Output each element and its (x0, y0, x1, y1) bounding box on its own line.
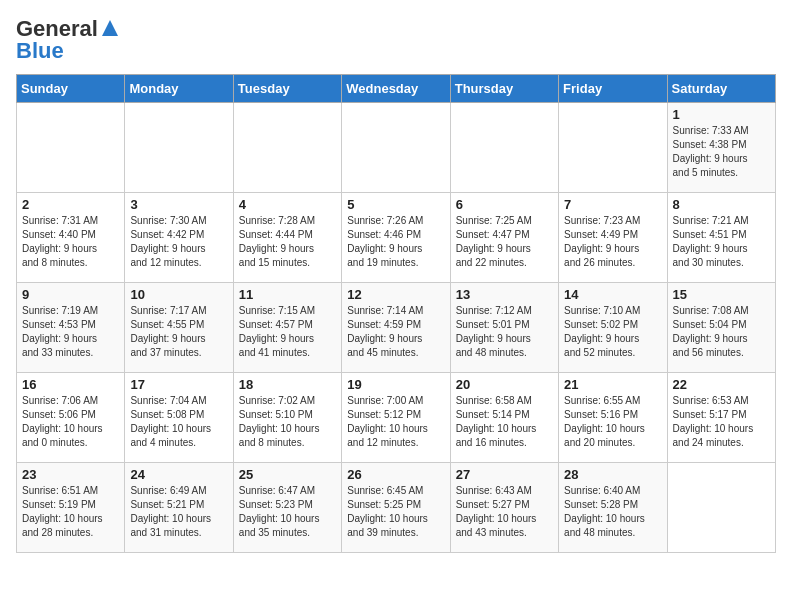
calendar-cell: 14Sunrise: 7:10 AM Sunset: 5:02 PM Dayli… (559, 283, 667, 373)
day-number: 4 (239, 197, 336, 212)
day-number: 16 (22, 377, 119, 392)
day-info: Sunrise: 7:02 AM Sunset: 5:10 PM Dayligh… (239, 394, 336, 450)
weekday-header-row: SundayMondayTuesdayWednesdayThursdayFrid… (17, 75, 776, 103)
calendar-cell: 21Sunrise: 6:55 AM Sunset: 5:16 PM Dayli… (559, 373, 667, 463)
day-info: Sunrise: 7:21 AM Sunset: 4:51 PM Dayligh… (673, 214, 770, 270)
day-info: Sunrise: 7:28 AM Sunset: 4:44 PM Dayligh… (239, 214, 336, 270)
day-number: 6 (456, 197, 553, 212)
calendar-cell: 22Sunrise: 6:53 AM Sunset: 5:17 PM Dayli… (667, 373, 775, 463)
calendar-cell: 26Sunrise: 6:45 AM Sunset: 5:25 PM Dayli… (342, 463, 450, 553)
calendar-cell: 6Sunrise: 7:25 AM Sunset: 4:47 PM Daylig… (450, 193, 558, 283)
day-info: Sunrise: 7:10 AM Sunset: 5:02 PM Dayligh… (564, 304, 661, 360)
calendar-cell (125, 103, 233, 193)
logo: General Blue (16, 16, 120, 64)
day-number: 3 (130, 197, 227, 212)
calendar-week-row: 16Sunrise: 7:06 AM Sunset: 5:06 PM Dayli… (17, 373, 776, 463)
day-number: 10 (130, 287, 227, 302)
calendar-cell: 18Sunrise: 7:02 AM Sunset: 5:10 PM Dayli… (233, 373, 341, 463)
calendar-cell: 20Sunrise: 6:58 AM Sunset: 5:14 PM Dayli… (450, 373, 558, 463)
day-number: 28 (564, 467, 661, 482)
day-number: 26 (347, 467, 444, 482)
logo-blue: Blue (16, 38, 64, 64)
calendar-cell: 2Sunrise: 7:31 AM Sunset: 4:40 PM Daylig… (17, 193, 125, 283)
weekday-header-sunday: Sunday (17, 75, 125, 103)
day-number: 21 (564, 377, 661, 392)
day-info: Sunrise: 7:30 AM Sunset: 4:42 PM Dayligh… (130, 214, 227, 270)
calendar-cell: 10Sunrise: 7:17 AM Sunset: 4:55 PM Dayli… (125, 283, 233, 373)
day-info: Sunrise: 7:15 AM Sunset: 4:57 PM Dayligh… (239, 304, 336, 360)
calendar-cell: 3Sunrise: 7:30 AM Sunset: 4:42 PM Daylig… (125, 193, 233, 283)
day-info: Sunrise: 7:26 AM Sunset: 4:46 PM Dayligh… (347, 214, 444, 270)
calendar-cell (233, 103, 341, 193)
day-number: 2 (22, 197, 119, 212)
day-info: Sunrise: 7:14 AM Sunset: 4:59 PM Dayligh… (347, 304, 444, 360)
calendar-week-row: 2Sunrise: 7:31 AM Sunset: 4:40 PM Daylig… (17, 193, 776, 283)
calendar-cell: 9Sunrise: 7:19 AM Sunset: 4:53 PM Daylig… (17, 283, 125, 373)
calendar-cell: 25Sunrise: 6:47 AM Sunset: 5:23 PM Dayli… (233, 463, 341, 553)
calendar-cell: 5Sunrise: 7:26 AM Sunset: 4:46 PM Daylig… (342, 193, 450, 283)
calendar-cell: 8Sunrise: 7:21 AM Sunset: 4:51 PM Daylig… (667, 193, 775, 283)
day-info: Sunrise: 6:47 AM Sunset: 5:23 PM Dayligh… (239, 484, 336, 540)
calendar-cell: 11Sunrise: 7:15 AM Sunset: 4:57 PM Dayli… (233, 283, 341, 373)
svg-marker-0 (102, 20, 118, 36)
calendar-table: SundayMondayTuesdayWednesdayThursdayFrid… (16, 74, 776, 553)
day-info: Sunrise: 7:25 AM Sunset: 4:47 PM Dayligh… (456, 214, 553, 270)
day-info: Sunrise: 6:49 AM Sunset: 5:21 PM Dayligh… (130, 484, 227, 540)
calendar-cell (667, 463, 775, 553)
weekday-header-monday: Monday (125, 75, 233, 103)
calendar-cell: 12Sunrise: 7:14 AM Sunset: 4:59 PM Dayli… (342, 283, 450, 373)
weekday-header-saturday: Saturday (667, 75, 775, 103)
day-number: 7 (564, 197, 661, 212)
day-number: 25 (239, 467, 336, 482)
calendar-cell: 28Sunrise: 6:40 AM Sunset: 5:28 PM Dayli… (559, 463, 667, 553)
weekday-header-wednesday: Wednesday (342, 75, 450, 103)
day-number: 9 (22, 287, 119, 302)
day-info: Sunrise: 7:33 AM Sunset: 4:38 PM Dayligh… (673, 124, 770, 180)
day-info: Sunrise: 7:06 AM Sunset: 5:06 PM Dayligh… (22, 394, 119, 450)
calendar-cell: 27Sunrise: 6:43 AM Sunset: 5:27 PM Dayli… (450, 463, 558, 553)
calendar-cell: 23Sunrise: 6:51 AM Sunset: 5:19 PM Dayli… (17, 463, 125, 553)
day-info: Sunrise: 6:43 AM Sunset: 5:27 PM Dayligh… (456, 484, 553, 540)
calendar-cell: 13Sunrise: 7:12 AM Sunset: 5:01 PM Dayli… (450, 283, 558, 373)
calendar-cell: 4Sunrise: 7:28 AM Sunset: 4:44 PM Daylig… (233, 193, 341, 283)
calendar-week-row: 9Sunrise: 7:19 AM Sunset: 4:53 PM Daylig… (17, 283, 776, 373)
day-info: Sunrise: 7:08 AM Sunset: 5:04 PM Dayligh… (673, 304, 770, 360)
day-number: 24 (130, 467, 227, 482)
page-header: General Blue (16, 16, 776, 64)
day-number: 22 (673, 377, 770, 392)
calendar-cell: 24Sunrise: 6:49 AM Sunset: 5:21 PM Dayli… (125, 463, 233, 553)
day-number: 14 (564, 287, 661, 302)
calendar-cell: 16Sunrise: 7:06 AM Sunset: 5:06 PM Dayli… (17, 373, 125, 463)
calendar-cell: 7Sunrise: 7:23 AM Sunset: 4:49 PM Daylig… (559, 193, 667, 283)
day-info: Sunrise: 6:58 AM Sunset: 5:14 PM Dayligh… (456, 394, 553, 450)
calendar-cell (450, 103, 558, 193)
day-number: 11 (239, 287, 336, 302)
weekday-header-friday: Friday (559, 75, 667, 103)
day-number: 1 (673, 107, 770, 122)
day-number: 12 (347, 287, 444, 302)
day-info: Sunrise: 7:17 AM Sunset: 4:55 PM Dayligh… (130, 304, 227, 360)
calendar-week-row: 1Sunrise: 7:33 AM Sunset: 4:38 PM Daylig… (17, 103, 776, 193)
calendar-cell (17, 103, 125, 193)
calendar-cell (342, 103, 450, 193)
day-info: Sunrise: 7:19 AM Sunset: 4:53 PM Dayligh… (22, 304, 119, 360)
calendar-cell (559, 103, 667, 193)
day-number: 5 (347, 197, 444, 212)
day-info: Sunrise: 7:04 AM Sunset: 5:08 PM Dayligh… (130, 394, 227, 450)
calendar-cell: 1Sunrise: 7:33 AM Sunset: 4:38 PM Daylig… (667, 103, 775, 193)
day-info: Sunrise: 6:53 AM Sunset: 5:17 PM Dayligh… (673, 394, 770, 450)
calendar-cell: 15Sunrise: 7:08 AM Sunset: 5:04 PM Dayli… (667, 283, 775, 373)
calendar-cell: 17Sunrise: 7:04 AM Sunset: 5:08 PM Dayli… (125, 373, 233, 463)
day-number: 17 (130, 377, 227, 392)
calendar-week-row: 23Sunrise: 6:51 AM Sunset: 5:19 PM Dayli… (17, 463, 776, 553)
day-info: Sunrise: 6:45 AM Sunset: 5:25 PM Dayligh… (347, 484, 444, 540)
day-number: 18 (239, 377, 336, 392)
day-number: 23 (22, 467, 119, 482)
weekday-header-tuesday: Tuesday (233, 75, 341, 103)
day-info: Sunrise: 7:00 AM Sunset: 5:12 PM Dayligh… (347, 394, 444, 450)
day-info: Sunrise: 6:55 AM Sunset: 5:16 PM Dayligh… (564, 394, 661, 450)
day-number: 19 (347, 377, 444, 392)
day-info: Sunrise: 6:40 AM Sunset: 5:28 PM Dayligh… (564, 484, 661, 540)
day-info: Sunrise: 7:12 AM Sunset: 5:01 PM Dayligh… (456, 304, 553, 360)
day-number: 27 (456, 467, 553, 482)
